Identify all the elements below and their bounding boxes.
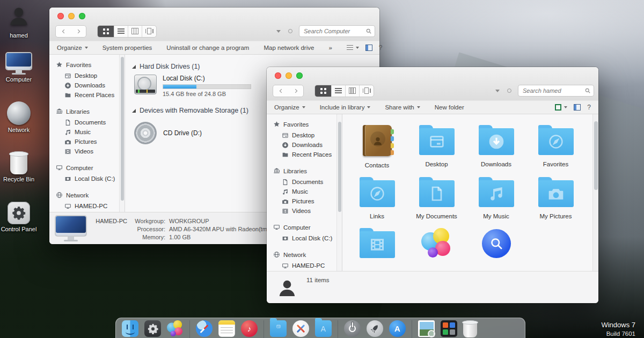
file-item-my-videos[interactable]	[347, 228, 407, 265]
programs-stack-icon[interactable]	[441, 320, 457, 337]
menu-uninstall-program[interactable]: Uninstall or change a program	[166, 45, 249, 51]
file-item-desktop[interactable]: Desktop	[407, 125, 466, 168]
file-item-links[interactable]: Links	[347, 177, 407, 219]
sidebar-item-desktop[interactable]: Desktop	[273, 130, 336, 140]
columns-view-button[interactable]	[128, 26, 142, 37]
sidebar-item-libraries[interactable]: Libraries	[56, 108, 119, 115]
sidebar-item-recent-places[interactable]: Recent Places	[273, 150, 336, 159]
desktop-icon-hamed[interactable]: hamed	[0, 4, 38, 40]
coverflow-view-button[interactable]	[142, 26, 156, 37]
file-item-my-documents[interactable]: My Documents	[407, 177, 466, 219]
desktop-icon-network[interactable]: Network	[0, 101, 38, 134]
close-button[interactable]	[275, 72, 281, 79]
back-button[interactable]	[56, 26, 71, 37]
options-dot-icon[interactable]	[288, 29, 292, 33]
menu-map-network-drive[interactable]: Map network drive	[264, 45, 314, 51]
forward-button[interactable]	[71, 26, 86, 37]
sidebar-item-favorites[interactable]: Favorites	[273, 121, 336, 128]
sidebar-item-documents[interactable]: Documents	[56, 117, 119, 127]
scrollbar-thumb[interactable]	[594, 121, 598, 190]
power-icon[interactable]	[344, 320, 361, 337]
scrollbar-thumb[interactable]	[121, 57, 124, 201]
back-button[interactable]	[273, 85, 288, 97]
finder-icon[interactable]	[122, 320, 138, 337]
file-item-searches[interactable]	[466, 228, 526, 265]
sidebar-item-computer[interactable]: Computer	[273, 224, 336, 231]
scrollbar-thumb[interactable]	[338, 122, 341, 212]
minimize-button[interactable]	[286, 72, 292, 79]
file-item-my-pictures[interactable]: My Pictures	[526, 177, 586, 219]
zoom-button[interactable]	[79, 13, 85, 19]
notes-icon[interactable]	[218, 320, 235, 337]
file-item-contacts[interactable]: Contacts	[347, 125, 407, 168]
itunes-icon[interactable]: ♪	[241, 320, 258, 337]
sidebar-item-hamed-pc[interactable]: HAMED-PC	[56, 201, 119, 211]
columns-view-button[interactable]	[346, 85, 360, 97]
game-center-icon[interactable]	[167, 320, 184, 337]
sidebar-scrollbar[interactable]	[119, 55, 125, 212]
change-view-toggle[interactable]	[555, 104, 567, 111]
icons-view-button[interactable]	[315, 85, 332, 97]
sidebar-item-network[interactable]: Network	[273, 251, 336, 258]
sidebar-item-documents[interactable]: Documents	[273, 177, 336, 187]
zoom-button[interactable]	[296, 72, 303, 79]
file-item-my-music[interactable]: My Music	[466, 177, 526, 219]
options-dot-icon[interactable]	[507, 89, 511, 93]
sidebar-item-favorites[interactable]: Favorites	[56, 61, 119, 68]
desktop-icon-recycle-bin[interactable]: Recycle Bin	[0, 153, 38, 183]
sidebar-item-pictures[interactable]: Pictures	[56, 137, 119, 146]
preview-pane-icon[interactable]	[574, 104, 581, 111]
list-view-button[interactable]	[332, 85, 346, 97]
sidebar-item-desktop[interactable]: Desktop	[56, 71, 119, 80]
sidebar-item-libraries[interactable]: Libraries	[273, 167, 336, 174]
forward-button[interactable]	[288, 85, 303, 97]
icons-view-button[interactable]	[98, 26, 114, 37]
search-input[interactable]	[523, 87, 584, 94]
menu-new-folder[interactable]: New folder	[435, 104, 464, 111]
preview-pane-icon[interactable]	[365, 45, 372, 51]
sidebar-item-pictures[interactable]: Pictures	[273, 196, 336, 206]
applications-folder-icon[interactable]: A	[315, 320, 332, 337]
help-icon[interactable]: ?	[587, 104, 591, 111]
app-store-icon[interactable]: A	[389, 320, 406, 337]
desktop-folder-dock-icon[interactable]	[270, 320, 287, 337]
desktop-icon-computer[interactable]: Computer	[0, 53, 38, 84]
content-scrollbar[interactable]	[592, 114, 598, 271]
sidebar-scrollbar[interactable]	[336, 114, 342, 271]
trash-icon[interactable]	[463, 321, 477, 337]
details-view-toggle[interactable]	[347, 45, 359, 50]
sidebar-item-videos[interactable]: Videos	[56, 146, 119, 156]
sidebar-item-hamed-pc[interactable]: HAMED-PC	[273, 261, 336, 270]
sidebar-item-videos[interactable]: Videos	[273, 206, 336, 216]
menu-share-with[interactable]: Share with	[385, 104, 420, 111]
sidebar-item-downloads[interactable]: Downloads	[56, 80, 119, 90]
menu-system-properties[interactable]: System properties	[103, 45, 152, 51]
safari-icon[interactable]	[196, 320, 213, 337]
close-button[interactable]	[57, 13, 64, 19]
file-item-downloads[interactable]: Downloads	[466, 125, 526, 168]
sidebar-item-downloads[interactable]: Downloads	[273, 140, 336, 150]
menu-organize[interactable]: Organize	[274, 104, 305, 111]
window-titlebar[interactable]	[267, 67, 598, 100]
help-icon[interactable]: ?	[379, 44, 383, 52]
sidebar-item-music[interactable]: Music	[56, 127, 119, 137]
sidebar-item-computer[interactable]: Computer	[56, 164, 119, 171]
menu-overflow-chevron[interactable]: »	[328, 45, 332, 51]
pictures-stack-icon[interactable]	[418, 320, 435, 337]
window-titlebar[interactable]	[49, 8, 379, 41]
sidebar-item-music[interactable]: Music	[273, 187, 336, 196]
list-view-button[interactable]	[114, 26, 128, 37]
launchpad-rocket-icon[interactable]	[367, 320, 383, 337]
sidebar-item-network[interactable]: Network	[56, 192, 119, 199]
sidebar-item-recent-places[interactable]: Recent Places	[56, 90, 119, 100]
chevron-down-icon[interactable]	[276, 30, 281, 33]
sidebar-item-local-disk[interactable]: Local Disk (C:)	[56, 174, 119, 183]
chevron-down-icon[interactable]	[495, 90, 500, 92]
search-input[interactable]	[304, 28, 365, 34]
menu-include-in-library[interactable]: Include in library	[320, 104, 371, 111]
minimize-button[interactable]	[68, 13, 75, 19]
osx-icon[interactable]	[292, 320, 309, 337]
system-preferences-icon[interactable]	[144, 320, 161, 337]
desktop-icon-control-panel[interactable]: Control Panel	[0, 202, 38, 233]
menu-organize[interactable]: Organize	[57, 45, 88, 51]
